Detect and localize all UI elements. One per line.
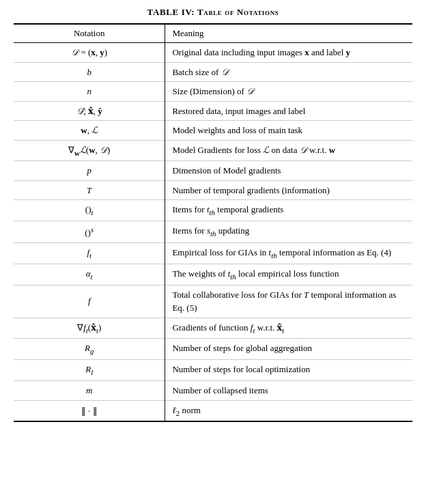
notation-cell: Rg xyxy=(14,339,165,360)
notation-table: Notation Meaning 𝒟 = (x, y)Original data… xyxy=(14,23,412,422)
header-meaning: Meaning xyxy=(165,24,412,43)
notation-cell: w, ℒ xyxy=(14,121,165,141)
meaning-cell: Items for sth updating xyxy=(165,221,412,243)
table-row: nSize (Dimension) of 𝒟 xyxy=(14,82,412,102)
meaning-cell: Batch size of 𝒟 xyxy=(165,62,412,82)
header-notation: Notation xyxy=(14,24,165,43)
table-row: ()tItems for tth temporal gradients xyxy=(14,200,412,221)
table-row: pDimension of Model gradients xyxy=(14,161,412,181)
table-header: Notation Meaning xyxy=(14,24,412,43)
table-row: ‖ · ‖ℓ2 norm xyxy=(14,400,412,421)
table-row: RgNumber of steps for global aggregation xyxy=(14,339,412,360)
table-row: w, ℒModel weights and loss of main task xyxy=(14,121,412,141)
meaning-cell: Dimension of Model gradients xyxy=(165,161,412,181)
meaning-cell: Number of temporal gradients (informatio… xyxy=(165,180,412,200)
table-row: ∇ft(x̂t)Gradients of function ft w.r.t. … xyxy=(14,318,412,339)
header-row: Notation Meaning xyxy=(14,24,412,43)
notation-cell: ‖ · ‖ xyxy=(14,400,165,421)
meaning-cell: Number of collapsed items xyxy=(165,381,412,401)
notation-cell: n xyxy=(14,82,165,102)
notation-cell: b xyxy=(14,62,165,82)
notation-cell: m xyxy=(14,381,165,401)
table-row: mNumber of collapsed items xyxy=(14,381,412,401)
meaning-cell: Gradients of function ft w.r.t. x̂t xyxy=(165,318,412,339)
table-row: TNumber of temporal gradients (informati… xyxy=(14,180,412,200)
table-row: 𝒟̂, x̂, ŷRestored data, input images and… xyxy=(14,101,412,121)
table-row: bBatch size of 𝒟 xyxy=(14,62,412,82)
table-row: ()sItems for sth updating xyxy=(14,221,412,243)
notation-cell: ft xyxy=(14,242,165,264)
notation-cell: p xyxy=(14,161,165,181)
meaning-cell: The weights of tth local empirical loss … xyxy=(165,264,412,285)
meaning-cell: ℓ2 norm xyxy=(165,400,412,421)
notation-cell: ∇ft(x̂t) xyxy=(14,318,165,339)
notation-cell: T xyxy=(14,180,165,200)
table-row: ∇wℒ(w, 𝒟)Model Gradients for loss ℒ on d… xyxy=(14,140,412,161)
table-row: αtThe weights of tth local empirical los… xyxy=(14,264,412,285)
table-title: TABLE IV: Table of Notations xyxy=(147,7,279,18)
table-row: ftEmpirical loss for GIAs in tth tempora… xyxy=(14,242,412,264)
notation-cell: f xyxy=(14,285,165,318)
meaning-cell: Number of steps for global aggregation xyxy=(165,339,412,360)
notation-cell: 𝒟̂, x̂, ŷ xyxy=(14,101,165,121)
meaning-cell: Restored data, input images and label xyxy=(165,101,412,121)
table-row: fTotal collaborative loss for GIAs for T… xyxy=(14,285,412,318)
table-row: 𝒟 = (x, y)Original data including input … xyxy=(14,43,412,63)
meaning-cell: Total collaborative loss for GIAs for T … xyxy=(165,285,412,318)
notation-cell: ()s xyxy=(14,221,165,243)
notation-cell: αt xyxy=(14,264,165,285)
meaning-cell: Size (Dimension) of 𝒟 xyxy=(165,82,412,102)
notation-cell: 𝒟 = (x, y) xyxy=(14,43,165,63)
meaning-cell: Items for tth temporal gradients xyxy=(165,200,412,221)
meaning-cell: Number of steps for local optimization xyxy=(165,360,412,381)
meaning-cell: Model Gradients for loss ℒ on data 𝒟 w.r… xyxy=(165,140,412,161)
notation-cell: ()t xyxy=(14,200,165,221)
meaning-cell: Model weights and loss of main task xyxy=(165,121,412,141)
meaning-cell: Empirical loss for GIAs in tth temporal … xyxy=(165,242,412,264)
notation-cell: Rl xyxy=(14,360,165,381)
meaning-cell: Original data including input images x a… xyxy=(165,43,412,63)
notation-cell: ∇wℒ(w, 𝒟) xyxy=(14,140,165,161)
table-row: RlNumber of steps for local optimization xyxy=(14,360,412,381)
table-body: 𝒟 = (x, y)Original data including input … xyxy=(14,43,412,422)
